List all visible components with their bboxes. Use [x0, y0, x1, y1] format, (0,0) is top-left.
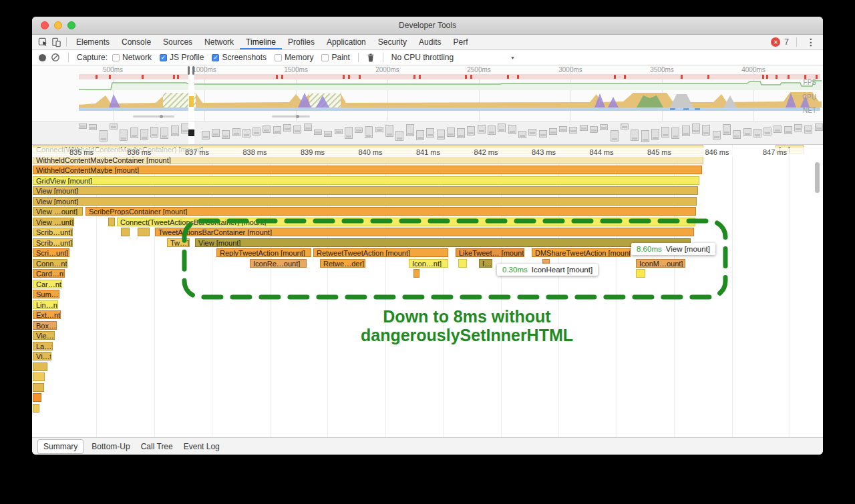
flame-bar-iconre-ount[interactable]: IconRe…ount] — [250, 259, 307, 268]
flame-bar-iconm-ount[interactable]: IconM…ount] — [636, 259, 685, 268]
selected-screenshot-thumbnail[interactable] — [188, 130, 194, 136]
screenshot-thumbnail[interactable] — [702, 125, 710, 136]
screenshot-thumbnail[interactable] — [621, 123, 629, 130]
tab-application[interactable]: Application — [321, 35, 372, 49]
flame-bar-view-unt[interactable]: View …unt] — [33, 218, 74, 226]
detail-tab-call-tree[interactable]: Call Tree — [141, 442, 173, 451]
capture-screenshots-checkbox[interactable]: ✓Screenshots — [212, 53, 267, 62]
screenshot-thumbnail[interactable] — [273, 126, 281, 134]
screenshot-thumbnail[interactable] — [416, 130, 424, 140]
error-icon[interactable]: ✕ — [771, 37, 780, 47]
flame-bar-car-nt[interactable]: Car…nt] — [33, 280, 62, 288]
screenshot-thumbnail[interactable] — [202, 131, 210, 140]
screenshot-thumbnail[interactable] — [682, 125, 690, 136]
flame-bar[interactable] — [636, 269, 645, 278]
screenshot-thumbnail[interactable] — [110, 123, 118, 130]
screenshot-thumbnail[interactable] — [406, 124, 414, 136]
screenshot-thumbnail[interactable] — [723, 124, 731, 135]
screenshot-thumbnail[interactable] — [478, 125, 486, 134]
screenshot-thumbnail[interactable] — [692, 123, 700, 134]
screenshot-thumbnail[interactable] — [528, 129, 536, 136]
screenshot-thumbnail[interactable] — [345, 127, 353, 139]
screenshot-thumbnail[interactable] — [457, 128, 465, 138]
flame-bar-view-mount[interactable]: View [mount] — [33, 186, 698, 195]
screenshot-thumbnail[interactable] — [232, 128, 240, 136]
inspect-element-icon[interactable] — [36, 35, 49, 49]
flame-bar-scri-unt[interactable]: Scri…unt] — [33, 248, 69, 257]
screenshot-thumbnail[interactable] — [774, 125, 782, 133]
flame-bar-lin-nt[interactable]: Lin…nt] — [33, 300, 58, 309]
screenshot-thumbnail[interactable] — [753, 129, 761, 138]
screenshot-thumbnail[interactable] — [518, 131, 526, 138]
error-count[interactable]: 7 — [784, 37, 789, 47]
clear-button[interactable] — [51, 53, 60, 62]
flame-bar-sum-t[interactable]: Sum…t] — [33, 290, 59, 298]
screenshot-thumbnail[interactable] — [611, 130, 619, 142]
screenshot-thumbnail[interactable] — [314, 130, 322, 135]
screenshot-thumbnail[interactable] — [120, 130, 128, 141]
flame-bar-tweetactionsbarcontainer-mount[interactable]: TweetActionsBarContainer [mount] — [155, 228, 694, 236]
flame-bar[interactable] — [108, 218, 115, 226]
screenshot-thumbnail[interactable] — [130, 128, 138, 138]
flame-bar[interactable] — [138, 228, 150, 236]
screenshot-thumbnail[interactable] — [426, 128, 434, 138]
flame-bar-liketweet-mount[interactable]: LikeTweet… [mount] — [456, 248, 524, 257]
flame-bar-vie-t[interactable]: Vie…t] — [33, 331, 55, 340]
screenshot-thumbnail[interactable] — [651, 129, 659, 140]
screenshot-thumbnail[interactable] — [79, 123, 87, 129]
overview-pane[interactable]: 4000ms3500ms3000ms2500ms2000ms1500ms1000… — [32, 65, 823, 121]
screenshot-thumbnail[interactable] — [252, 128, 261, 136]
detail-tab-event-log[interactable]: Event Log — [184, 442, 220, 451]
flame-bar-conn-nt[interactable]: Conn…nt] — [33, 259, 67, 268]
flame-bar-scribepropscontainer-mount[interactable]: ScribePropsContainer [mount] — [86, 207, 696, 216]
screenshot-thumbnail[interactable] — [375, 127, 383, 132]
flame-bar[interactable] — [33, 362, 47, 371]
checkbox-icon[interactable] — [275, 54, 282, 61]
tab-console[interactable]: Console — [116, 35, 157, 49]
flame-bar-card-nt[interactable]: Card…nt] — [33, 269, 65, 278]
collect-garbage-button[interactable] — [367, 53, 375, 62]
capture-js-profile-checkbox[interactable]: ✓JS Profile — [160, 53, 204, 62]
screenshot-thumbnail[interactable] — [713, 131, 721, 140]
checkbox-checked-icon[interactable]: ✓ — [212, 54, 219, 61]
screenshot-thumbnail[interactable] — [140, 129, 148, 140]
flame-bar-withheldcontentmaybe-mount[interactable]: WithheldContentMaybe [mount] — [33, 166, 702, 174]
screenshot-thumbnail[interactable] — [447, 128, 455, 137]
flame-bar-box-t[interactable]: Box…t] — [33, 321, 57, 330]
screenshot-thumbnail[interactable] — [733, 130, 741, 139]
screenshot-thumbnail[interactable] — [324, 131, 332, 137]
flame-bar-view-mount[interactable]: View [mount] — [195, 238, 691, 247]
flame-bar[interactable] — [33, 372, 45, 381]
screenshot-thumbnail[interactable] — [100, 130, 108, 142]
flame-bar-view-ount[interactable]: View …ount] — [33, 207, 83, 216]
screenshot-thumbnail[interactable] — [171, 125, 179, 136]
flame-bar[interactable] — [33, 393, 41, 402]
screenshot-thumbnail[interactable] — [763, 128, 772, 136]
flame-bar-vi-t[interactable]: Vi…t] — [33, 352, 51, 360]
screenshot-thumbnail[interactable] — [600, 124, 608, 130]
cpu-throttling-select[interactable]: No CPU throttling ▼ — [391, 53, 515, 62]
screenshot-thumbnail[interactable] — [150, 127, 158, 138]
capture-memory-checkbox[interactable]: Memory — [275, 53, 313, 62]
screenshot-thumbnail[interactable] — [804, 125, 812, 134]
screenshot-thumbnail[interactable] — [222, 130, 230, 139]
screenshot-thumbnail[interactable] — [794, 124, 802, 132]
flame-bar-dmsharetweetaction-mount[interactable]: DMShareTweetAction [mount] — [532, 248, 631, 257]
tab-timeline[interactable]: Timeline — [240, 35, 282, 49]
screenshot-thumbnail[interactable] — [335, 129, 343, 134]
screenshot-thumbnail[interactable] — [498, 123, 506, 132]
flame-bar[interactable] — [458, 259, 467, 268]
flame-bar-view-mount[interactable]: View [mount] — [33, 197, 697, 206]
capture-paint-checkbox[interactable]: Paint — [321, 53, 349, 62]
capture-network-checkbox[interactable]: Network — [112, 53, 152, 62]
screenshot-thumbnail[interactable] — [815, 123, 823, 131]
flame-bar-icon-nt[interactable]: Icon…nt] — [409, 259, 448, 268]
screenshot-thumbnail[interactable] — [355, 128, 363, 133]
tab-audits[interactable]: Audits — [413, 35, 447, 49]
tab-network[interactable]: Network — [198, 35, 240, 49]
flame-bar-ext-nt[interactable]: Ext…nt] — [33, 310, 61, 319]
detail-tab-bottom-up[interactable]: Bottom-Up — [92, 442, 130, 451]
screenshot-thumbnail[interactable] — [784, 126, 792, 134]
screenshot-thumbnail[interactable] — [467, 126, 475, 136]
screenshot-thumbnail[interactable] — [365, 126, 373, 138]
